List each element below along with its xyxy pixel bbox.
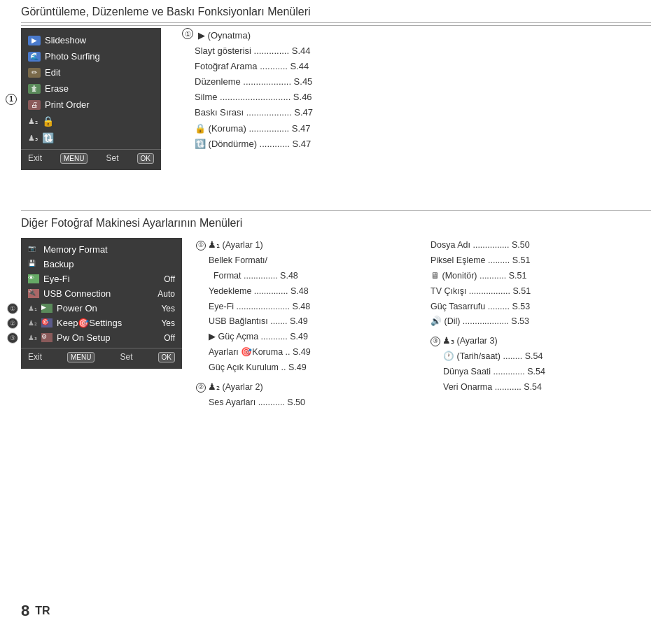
usb-label: USB Connection bbox=[43, 288, 111, 299]
ayarlar3-label: ♟₃ (Ayarlar 3) bbox=[442, 334, 498, 349]
backup-icon: 💾 bbox=[28, 260, 39, 269]
slideshow-menu-panel: ▶ Slideshow 🌊 Photo Surfing ✏ Edit 🗑 Era… bbox=[21, 28, 161, 170]
eye-fi-item: Eye-Fi ...................... S.48 bbox=[209, 300, 416, 315]
ses-ayarlari-item: Ses Ayarları ........... S.50 bbox=[209, 395, 416, 411]
bellek-formati-label: Bellek Formatı/ bbox=[209, 253, 416, 269]
erase-label: Erase bbox=[45, 83, 69, 94]
ayarlar1-items: Bellek Formatı/ Format .............. S.… bbox=[196, 253, 416, 376]
menu-item-print-order[interactable]: 🖨 Print Order bbox=[21, 97, 161, 113]
ayarlar1-label: ♟₁ (Ayarlar 1) bbox=[208, 238, 263, 253]
power-on-label: Power On bbox=[57, 303, 97, 314]
desc-circle-1: ① bbox=[182, 28, 193, 39]
ayarlar3-circle: ③ bbox=[430, 337, 440, 346]
eye-fi-label: Eye-Fi bbox=[43, 274, 70, 284]
desc-col2: Dosya Adı ............... S.50 Piksel Eş… bbox=[430, 238, 651, 411]
piksel-esleme-item: Piksel Eşleme ......... S.51 bbox=[430, 253, 651, 269]
dosya-adi-item: Dosya Adı ............... S.50 bbox=[430, 238, 651, 253]
menu2-panel-footer: Exit MENU Set OK bbox=[21, 348, 182, 365]
desc-item-slideshow: Slayt gösterisi .............. S.44 bbox=[195, 43, 313, 59]
page-title: Görüntüleme, Düzenleme ve Baskı Fonksiyo… bbox=[21, 6, 311, 17]
menu-item-photo-surfing[interactable]: 🌊 Photo Surfing bbox=[21, 48, 161, 64]
ayarlar2-items: Ses Ayarları ........... S.50 bbox=[196, 395, 416, 411]
keep-settings-label: Keep🎯Settings bbox=[57, 318, 122, 328]
usb-icon: 🔌 bbox=[28, 289, 39, 298]
ayarlari-koruma-item: Ayarları 🎯Koruma .. S.49 bbox=[209, 345, 416, 360]
power-on-icon: ▶ bbox=[41, 304, 52, 313]
section1-number: 1 bbox=[6, 94, 17, 105]
tv-cikisi-item: TV Çıkışı ................. S.51 bbox=[430, 284, 651, 300]
menu2-key: MENU bbox=[67, 352, 94, 362]
eye-fi-value: Off bbox=[164, 274, 175, 284]
page-header: Görüntüleme, Düzenleme ve Baskı Fonksiyo… bbox=[21, 6, 651, 23]
set-label: Set bbox=[106, 153, 119, 164]
power-on-value: Yes bbox=[161, 304, 175, 314]
dil-item: 🔊 (Dil) ................... S.53 bbox=[430, 314, 651, 330]
set2-label: Set bbox=[120, 352, 133, 362]
desc-item-dondurme: 🔃 (Döndürme) ............ S.47 bbox=[195, 136, 313, 152]
dunya-saati-item: Dünya Saati ............. S.54 bbox=[443, 365, 651, 380]
edit-label: Edit bbox=[45, 67, 60, 78]
guc-tasarrufu-item: Güç Tasarrufu ......... S.53 bbox=[430, 300, 651, 315]
menu-panel-footer: Exit MENU Set OK bbox=[21, 149, 161, 166]
pw-on-value: Off bbox=[164, 333, 175, 343]
slideshow-icon: ▶ bbox=[28, 36, 41, 45]
pw-on-label: Pw On Setup bbox=[57, 332, 111, 343]
format-item: Format .............. S.48 bbox=[209, 269, 416, 284]
eye-fi-icon: 👁 bbox=[28, 274, 39, 283]
ayarlar1-circle: ① bbox=[196, 241, 206, 251]
rotate-icon: 🔃 bbox=[42, 132, 54, 143]
usb-value: Auto bbox=[158, 289, 175, 299]
ayarlar2-label: ♟₂ (Ayarlar 2) bbox=[208, 380, 263, 395]
menu-item-edit[interactable]: ✏ Edit bbox=[21, 64, 161, 80]
section1: 1 ▶ Slideshow 🌊 Photo Surfing ✏ Edit 🗑 E… bbox=[21, 28, 651, 170]
desc-play-label: ▶ (Oynatma) bbox=[198, 28, 251, 43]
keep-icon: 🎯 bbox=[41, 318, 52, 327]
menu-item-erase[interactable]: 🗑 Erase bbox=[21, 80, 161, 97]
menu-item-rotate[interactable]: ♟₃ 🔃 bbox=[21, 129, 161, 146]
guc-acik-item: Güç Açık Kurulum .. S.49 bbox=[209, 360, 416, 376]
header-line bbox=[21, 25, 651, 26]
power-on-num: ① bbox=[7, 303, 18, 314]
photo-surfing-icon: 🌊 bbox=[28, 52, 41, 62]
menu-item-slideshow[interactable]: ▶ Slideshow bbox=[21, 32, 161, 48]
settings-menu-panel: 📷 Memory Format 💾 Backup 👁 Eye-Fi Off 🔌 … bbox=[21, 238, 182, 369]
rotate-sub-icon: ♟₃ bbox=[28, 134, 38, 143]
section2-desc-cols: ① ♟₁ (Ayarlar 1) Bellek Formatı/ Format … bbox=[196, 238, 651, 411]
protect-icon: 🔒 bbox=[42, 115, 54, 127]
monitor-item: 🖥 (Monitör) ........... S.51 bbox=[430, 269, 651, 284]
section2-title: Diğer Fotoğraf Makinesi Ayarlarının Menü… bbox=[21, 217, 242, 230]
ayarlar3-items: 🕐 (Tarih/saat) ........ S.54 Dünya Saati… bbox=[430, 349, 651, 395]
slideshow-label: Slideshow bbox=[45, 35, 86, 45]
photo-surfing-label: Photo Surfing bbox=[45, 51, 100, 62]
ok-key: OK bbox=[137, 153, 154, 164]
section1-desc: ① ▶ (Oynatma) Slayt gösterisi ..........… bbox=[182, 28, 313, 152]
menu-item-backup[interactable]: 💾 Backup bbox=[21, 257, 182, 272]
desc-item-photo-arama: Fotoğraf Arama ........... S.44 bbox=[195, 59, 313, 74]
menu-item-memory-format[interactable]: 📷 Memory Format bbox=[21, 242, 182, 257]
ayarlar1-group: ① ♟₁ (Ayarlar 1) bbox=[196, 238, 416, 253]
section-divider bbox=[21, 210, 651, 211]
menu-item-pw-on-setup[interactable]: ③ ♟₃ ⚙ Pw On Setup Off bbox=[21, 330, 182, 345]
menu-item-usb-connection[interactable]: 🔌 USB Connection Auto bbox=[21, 286, 182, 301]
menu-item-keep-settings[interactable]: ② ♟₂ 🎯 Keep🎯Settings Yes bbox=[21, 316, 182, 330]
menu-item-protect[interactable]: ♟₂ 🔒 bbox=[21, 113, 161, 129]
desc-items-indent: Slayt gösterisi .............. S.44 Foto… bbox=[182, 43, 313, 152]
keep-settings-num: ② bbox=[7, 318, 18, 329]
tarih-saat-item: 🕐 (Tarih/saat) ........ S.54 bbox=[443, 349, 651, 365]
ok2-key: OK bbox=[158, 352, 175, 362]
menu-item-eye-fi[interactable]: 👁 Eye-Fi Off bbox=[21, 272, 182, 286]
desc-item-baski: Baskı Sırası .................. S.47 bbox=[195, 105, 313, 120]
erase-icon: 🗑 bbox=[28, 84, 41, 94]
desc-circle-row: ① ▶ (Oynatma) bbox=[182, 28, 313, 43]
veri-onarma-item: Veri Onarma ........... S.54 bbox=[443, 380, 651, 395]
exit-label: Exit bbox=[28, 153, 42, 164]
desc-item-koruma: 🔒 (Koruma) ................ S.47 bbox=[195, 121, 313, 136]
protect-sub-icon: ♟₂ bbox=[28, 117, 38, 126]
section2: 📷 Memory Format 💾 Backup 👁 Eye-Fi Off 🔌 … bbox=[21, 238, 651, 411]
backup-label: Backup bbox=[43, 259, 74, 269]
usb-baglantisi-item: USB Bağlantısı ....... S.49 bbox=[209, 314, 416, 330]
print-icon: 🖨 bbox=[28, 100, 41, 110]
keep-sub-icon: ♟₂ bbox=[28, 319, 37, 327]
menu-item-power-on[interactable]: ① ♟₁ ▶ Power On Yes bbox=[21, 301, 182, 316]
section2-panel-wrap: 📷 Memory Format 💾 Backup 👁 Eye-Fi Off 🔌 … bbox=[21, 238, 182, 369]
